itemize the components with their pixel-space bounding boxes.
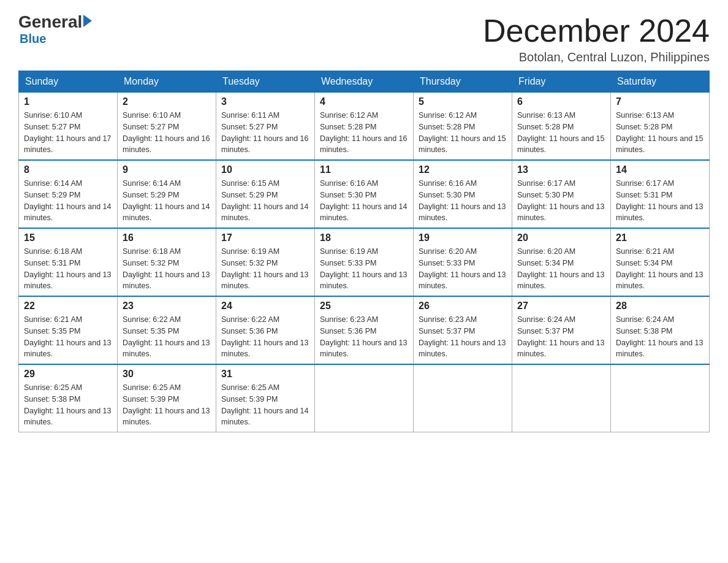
day-info: Sunrise: 6:12 AMSunset: 5:28 PMDaylight:…: [419, 110, 507, 156]
day-number: 20: [517, 232, 605, 243]
day-number: 15: [24, 232, 112, 243]
calendar-cell: 17Sunrise: 6:19 AMSunset: 5:32 PMDayligh…: [216, 228, 315, 296]
month-title: December 2024: [483, 12, 710, 49]
day-info: Sunrise: 6:23 AMSunset: 5:37 PMDaylight:…: [419, 314, 507, 360]
calendar-cell: 30Sunrise: 6:25 AMSunset: 5:39 PMDayligh…: [118, 364, 216, 432]
calendar-week-row: 8Sunrise: 6:14 AMSunset: 5:29 PMDaylight…: [19, 160, 710, 228]
weekday-header-wednesday: Wednesday: [315, 71, 414, 93]
calendar-cell: 14Sunrise: 6:17 AMSunset: 5:31 PMDayligh…: [611, 160, 710, 228]
day-info: Sunrise: 6:18 AMSunset: 5:32 PMDaylight:…: [123, 246, 211, 292]
day-info: Sunrise: 6:19 AMSunset: 5:32 PMDaylight:…: [221, 246, 309, 292]
day-number: 9: [123, 164, 211, 175]
calendar-cell: 28Sunrise: 6:24 AMSunset: 5:38 PMDayligh…: [611, 296, 710, 364]
calendar-cell: 21Sunrise: 6:21 AMSunset: 5:34 PMDayligh…: [611, 228, 710, 296]
day-number: 19: [419, 232, 507, 243]
logo-general-text: General: [18, 12, 82, 32]
day-info: Sunrise: 6:16 AMSunset: 5:30 PMDaylight:…: [419, 178, 507, 224]
day-number: 25: [320, 301, 408, 312]
day-number: 24: [221, 301, 309, 312]
weekday-header-tuesday: Tuesday: [216, 71, 315, 93]
calendar-cell: 18Sunrise: 6:19 AMSunset: 5:33 PMDayligh…: [315, 228, 414, 296]
day-number: 7: [616, 96, 704, 107]
calendar-week-row: 15Sunrise: 6:18 AMSunset: 5:31 PMDayligh…: [19, 228, 710, 296]
weekday-header-friday: Friday: [512, 71, 611, 93]
calendar-cell: 15Sunrise: 6:18 AMSunset: 5:31 PMDayligh…: [19, 228, 118, 296]
calendar-cell: 11Sunrise: 6:16 AMSunset: 5:30 PMDayligh…: [315, 160, 414, 228]
day-info: Sunrise: 6:13 AMSunset: 5:28 PMDaylight:…: [517, 110, 605, 156]
day-number: 29: [24, 369, 112, 380]
calendar-cell: 6Sunrise: 6:13 AMSunset: 5:28 PMDaylight…: [512, 93, 611, 161]
day-number: 11: [320, 164, 408, 175]
day-number: 23: [123, 301, 211, 312]
calendar-cell: 1Sunrise: 6:10 AMSunset: 5:27 PMDaylight…: [19, 93, 118, 161]
day-info: Sunrise: 6:14 AMSunset: 5:29 PMDaylight:…: [24, 178, 112, 224]
weekday-header-thursday: Thursday: [414, 71, 512, 93]
day-info: Sunrise: 6:21 AMSunset: 5:35 PMDaylight:…: [24, 314, 112, 360]
calendar-cell: 10Sunrise: 6:15 AMSunset: 5:29 PMDayligh…: [216, 160, 315, 228]
calendar-cell: 2Sunrise: 6:10 AMSunset: 5:27 PMDaylight…: [118, 93, 216, 161]
day-info: Sunrise: 6:25 AMSunset: 5:39 PMDaylight:…: [123, 382, 211, 428]
day-number: 1: [24, 96, 112, 107]
calendar-cell: 9Sunrise: 6:14 AMSunset: 5:29 PMDaylight…: [118, 160, 216, 228]
day-number: 22: [24, 301, 112, 312]
calendar-header-row: SundayMondayTuesdayWednesdayThursdayFrid…: [19, 71, 710, 93]
day-number: 31: [221, 369, 309, 380]
day-info: Sunrise: 6:20 AMSunset: 5:33 PMDaylight:…: [419, 246, 507, 292]
day-info: Sunrise: 6:20 AMSunset: 5:34 PMDaylight:…: [517, 246, 605, 292]
day-info: Sunrise: 6:15 AMSunset: 5:29 PMDaylight:…: [221, 178, 309, 224]
day-number: 6: [517, 96, 605, 107]
calendar-cell: [512, 364, 611, 432]
day-info: Sunrise: 6:25 AMSunset: 5:39 PMDaylight:…: [221, 382, 309, 428]
day-info: Sunrise: 6:18 AMSunset: 5:31 PMDaylight:…: [24, 246, 112, 292]
day-info: Sunrise: 6:11 AMSunset: 5:27 PMDaylight:…: [221, 110, 309, 156]
logo: General Blue: [18, 12, 92, 46]
logo-blue-text: Blue: [20, 32, 46, 46]
day-info: Sunrise: 6:16 AMSunset: 5:30 PMDaylight:…: [320, 178, 408, 224]
calendar-cell: 4Sunrise: 6:12 AMSunset: 5:28 PMDaylight…: [315, 93, 414, 161]
day-info: Sunrise: 6:24 AMSunset: 5:38 PMDaylight:…: [616, 314, 704, 360]
calendar-cell: 16Sunrise: 6:18 AMSunset: 5:32 PMDayligh…: [118, 228, 216, 296]
page-header: General Blue December 2024 Botolan, Cent…: [18, 12, 710, 64]
day-info: Sunrise: 6:17 AMSunset: 5:30 PMDaylight:…: [517, 178, 605, 224]
day-number: 8: [24, 164, 112, 175]
calendar-cell: 24Sunrise: 6:22 AMSunset: 5:36 PMDayligh…: [216, 296, 315, 364]
day-number: 2: [123, 96, 211, 107]
day-number: 5: [419, 96, 507, 107]
day-number: 10: [221, 164, 309, 175]
day-number: 30: [123, 369, 211, 380]
day-info: Sunrise: 6:22 AMSunset: 5:36 PMDaylight:…: [221, 314, 309, 360]
calendar-cell: 3Sunrise: 6:11 AMSunset: 5:27 PMDaylight…: [216, 93, 315, 161]
day-info: Sunrise: 6:17 AMSunset: 5:31 PMDaylight:…: [616, 178, 704, 224]
calendar-cell: 19Sunrise: 6:20 AMSunset: 5:33 PMDayligh…: [414, 228, 512, 296]
weekday-header-saturday: Saturday: [611, 71, 710, 93]
day-info: Sunrise: 6:13 AMSunset: 5:28 PMDaylight:…: [616, 110, 704, 156]
calendar-cell: 25Sunrise: 6:23 AMSunset: 5:36 PMDayligh…: [315, 296, 414, 364]
calendar-cell: [414, 364, 512, 432]
day-number: 14: [616, 164, 704, 175]
location-text: Botolan, Central Luzon, Philippines: [483, 50, 710, 64]
calendar-cell: 31Sunrise: 6:25 AMSunset: 5:39 PMDayligh…: [216, 364, 315, 432]
day-number: 27: [517, 301, 605, 312]
logo-triangle-icon: [83, 15, 92, 27]
day-info: Sunrise: 6:19 AMSunset: 5:33 PMDaylight:…: [320, 246, 408, 292]
calendar-cell: [611, 364, 710, 432]
calendar-cell: [315, 364, 414, 432]
day-number: 17: [221, 232, 309, 243]
day-number: 28: [616, 301, 704, 312]
calendar-cell: 12Sunrise: 6:16 AMSunset: 5:30 PMDayligh…: [414, 160, 512, 228]
title-block: December 2024 Botolan, Central Luzon, Ph…: [483, 12, 710, 64]
day-info: Sunrise: 6:21 AMSunset: 5:34 PMDaylight:…: [616, 246, 704, 292]
day-number: 16: [123, 232, 211, 243]
calendar-cell: 23Sunrise: 6:22 AMSunset: 5:35 PMDayligh…: [118, 296, 216, 364]
calendar-cell: 5Sunrise: 6:12 AMSunset: 5:28 PMDaylight…: [414, 93, 512, 161]
day-info: Sunrise: 6:24 AMSunset: 5:37 PMDaylight:…: [517, 314, 605, 360]
day-info: Sunrise: 6:10 AMSunset: 5:27 PMDaylight:…: [24, 110, 112, 156]
calendar-cell: 27Sunrise: 6:24 AMSunset: 5:37 PMDayligh…: [512, 296, 611, 364]
calendar-cell: 13Sunrise: 6:17 AMSunset: 5:30 PMDayligh…: [512, 160, 611, 228]
weekday-header-sunday: Sunday: [19, 71, 118, 93]
day-info: Sunrise: 6:23 AMSunset: 5:36 PMDaylight:…: [320, 314, 408, 360]
calendar-cell: 29Sunrise: 6:25 AMSunset: 5:38 PMDayligh…: [19, 364, 118, 432]
day-number: 12: [419, 164, 507, 175]
day-info: Sunrise: 6:12 AMSunset: 5:28 PMDaylight:…: [320, 110, 408, 156]
day-info: Sunrise: 6:22 AMSunset: 5:35 PMDaylight:…: [123, 314, 211, 360]
